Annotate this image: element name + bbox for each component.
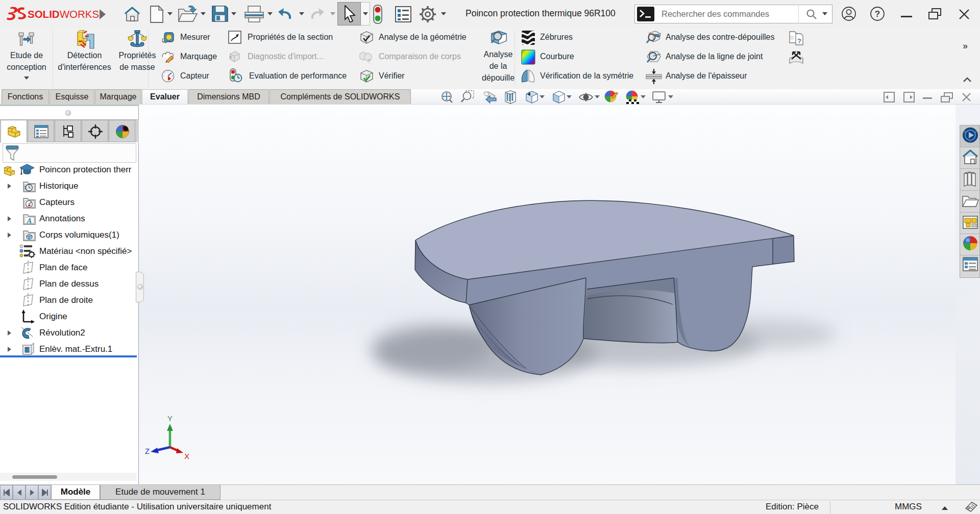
svg-text:?: ?	[875, 9, 880, 19]
svg-text:Y: Y	[167, 414, 173, 423]
svg-text:SOLIDWORKS: SOLIDWORKS	[28, 8, 99, 20]
svg-text:X: X	[184, 452, 189, 460]
svg-text:?: ?	[797, 37, 801, 45]
svg-text:?: ?	[368, 59, 371, 64]
svg-text:A: A	[26, 217, 32, 225]
svg-text:Z: Z	[145, 447, 150, 455]
